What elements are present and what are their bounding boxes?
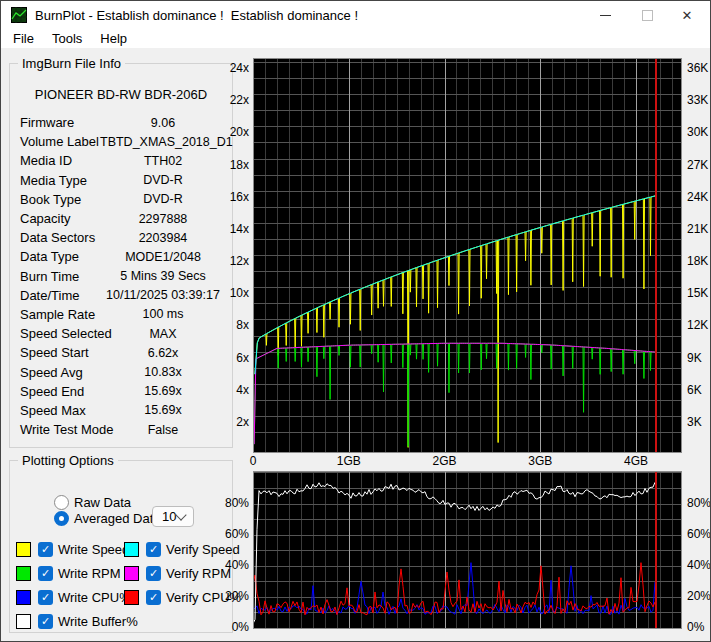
- info-label: Speed End: [20, 384, 84, 399]
- axis-tick-label: 60%: [211, 527, 249, 541]
- info-label: Capacity: [20, 211, 71, 226]
- series-checkbox[interactable]: ✓: [38, 542, 53, 557]
- info-row: Speed Max15.69x: [20, 401, 226, 420]
- axis-tick-label: 0%: [687, 620, 704, 634]
- info-row: Firmware9.06: [20, 113, 226, 132]
- legend-label: Write Speed: [58, 542, 129, 557]
- info-row: Burn Time5 Mins 39 Secs: [20, 267, 226, 286]
- app-icon: [11, 7, 27, 23]
- info-row: Sample Rate100 ms: [20, 305, 226, 324]
- axis-tick-label: 20x: [211, 125, 249, 139]
- legend-item-write-speed: ✓Write Speed: [16, 541, 129, 557]
- series-checkbox[interactable]: ✓: [146, 590, 161, 605]
- close-icon: ✕: [682, 9, 693, 22]
- series-checkbox[interactable]: ✓: [38, 614, 53, 629]
- axis-tick-label: 36K: [687, 61, 708, 75]
- axis-tick-label: 10x: [211, 286, 249, 300]
- info-row: Media TypeDVD-R: [20, 171, 226, 190]
- info-value: 10.83x: [100, 365, 226, 379]
- average-count-value: 10: [162, 509, 176, 524]
- info-value: 100 ms: [100, 307, 226, 321]
- info-value: 5 Mins 39 Secs: [100, 269, 226, 283]
- series-checkbox[interactable]: ✓: [38, 566, 53, 581]
- info-value: False: [100, 423, 226, 437]
- window-title: BurnPlot - Establish dominance ! Establi…: [35, 8, 358, 23]
- info-value: MAX: [100, 327, 226, 341]
- axis-tick-label: 8x: [211, 318, 249, 332]
- average-count-select[interactable]: 10: [152, 506, 194, 527]
- axis-tick-label: 80%: [687, 496, 711, 510]
- info-row: Speed SelectedMAX: [20, 324, 226, 343]
- info-value: 15.69x: [100, 403, 226, 417]
- info-row: Volume LabelTBTD_XMAS_2018_D1: [20, 132, 226, 151]
- info-row: Book TypeDVD-R: [20, 190, 226, 209]
- plotting-options-group: Plotting Options Raw Data Averaged Data …: [9, 453, 233, 633]
- axis-tick-label: 12x: [211, 254, 249, 268]
- axis-tick-label: 21K: [687, 222, 708, 236]
- series-checkbox[interactable]: ✓: [146, 566, 161, 581]
- info-label: Speed Avg: [20, 365, 83, 380]
- axis-tick-label: 2x: [211, 415, 249, 429]
- info-value: 9.06: [100, 116, 226, 130]
- info-label: Speed Max: [20, 403, 86, 418]
- device-name: PIONEER BD-RW BDR-206D: [10, 87, 232, 102]
- info-row: Data Sectors2203984: [20, 228, 226, 247]
- maximize-button[interactable]: [626, 1, 668, 29]
- axis-tick-label: 18K: [687, 254, 708, 268]
- series-checkbox[interactable]: ✓: [38, 590, 53, 605]
- info-value: DVD-R: [100, 173, 226, 187]
- menu-item-file[interactable]: File: [7, 29, 40, 48]
- axis-tick-label: 22x: [211, 93, 249, 107]
- raw-data-radio[interactable]: [54, 495, 69, 510]
- color-swatch[interactable]: [16, 542, 31, 557]
- group-title: Plotting Options: [18, 453, 118, 468]
- menu-item-help[interactable]: Help: [94, 29, 133, 48]
- info-row: Date/Time10/11/2025 03:39:17: [20, 286, 226, 305]
- legend-item-write-rpm: ✓Write RPM: [16, 565, 121, 581]
- axis-tick-label: 20%: [687, 589, 711, 603]
- axis-tick-label: 0: [250, 454, 257, 468]
- minimize-icon: [600, 15, 611, 16]
- axis-tick-label: 40%: [211, 558, 249, 572]
- axis-tick-label: 20%: [211, 589, 249, 603]
- legend-label: Write CPU%: [58, 590, 131, 605]
- axis-tick-label: 40%: [687, 558, 711, 572]
- axis-tick-label: 4x: [211, 383, 249, 397]
- axis-tick-label: 0%: [211, 620, 249, 634]
- color-swatch[interactable]: [124, 542, 139, 557]
- averaged-data-radio[interactable]: [54, 511, 69, 526]
- info-value: 10/11/2025 03:39:17: [100, 288, 226, 302]
- axis-tick-label: 16x: [211, 190, 249, 204]
- info-value: 2297888: [100, 212, 226, 226]
- legend-label: Write RPM: [58, 566, 121, 581]
- info-value: 2203984: [100, 231, 226, 245]
- speed-rpm-chart-canvas: [253, 58, 682, 453]
- axis-tick-label: 27K: [687, 158, 708, 172]
- info-label: Volume Label: [20, 134, 99, 149]
- color-swatch[interactable]: [16, 566, 31, 581]
- maximize-icon: [642, 10, 653, 21]
- info-row: Speed Start6.62x: [20, 343, 226, 362]
- series-checkbox[interactable]: ✓: [146, 542, 161, 557]
- title-bar[interactable]: BurnPlot - Establish dominance ! Establi…: [1, 1, 710, 29]
- info-row: Write Test ModeFalse: [20, 420, 226, 439]
- axis-tick-label: 6x: [211, 351, 249, 365]
- legend-item-verify-speed: ✓Verify Speed: [124, 541, 240, 557]
- legend-label: Write Buffer%: [58, 614, 138, 629]
- axis-tick-label: 14x: [211, 222, 249, 236]
- info-value: TTH02: [100, 154, 226, 168]
- color-swatch[interactable]: [16, 614, 31, 629]
- menu-item-tools[interactable]: Tools: [46, 29, 88, 48]
- axis-tick-label: 12K: [687, 318, 708, 332]
- axis-tick-label: 24x: [211, 61, 249, 75]
- close-button[interactable]: ✕: [666, 1, 708, 29]
- info-label: Media Type: [20, 173, 87, 188]
- color-swatch[interactable]: [16, 590, 31, 605]
- minimize-button[interactable]: [584, 1, 626, 29]
- color-swatch[interactable]: [124, 590, 139, 605]
- color-swatch[interactable]: [124, 566, 139, 581]
- legend-item-write-cpu-: ✓Write CPU%: [16, 589, 131, 605]
- axis-tick-label: 18x: [211, 158, 249, 172]
- info-label: Speed Selected: [20, 326, 112, 341]
- info-value: TBTD_XMAS_2018_D1: [100, 135, 226, 149]
